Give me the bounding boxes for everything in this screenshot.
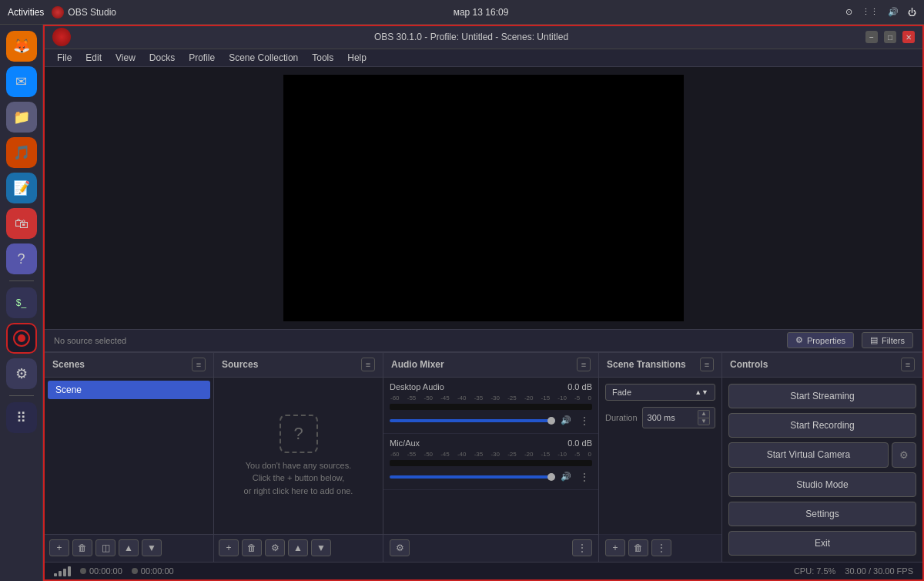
studio-mode-button[interactable]: Studio Mode — [728, 472, 916, 497]
desktop-audio-meter — [390, 404, 592, 410]
svg-point-1 — [18, 334, 25, 342]
menu-profile[interactable]: Profile — [182, 51, 221, 65]
sources-menu-icon[interactable]: ≡ — [361, 358, 375, 371]
sidebar-icon-files[interactable]: 📁 — [6, 102, 37, 133]
scene-up-button[interactable]: ▲ — [119, 539, 139, 556]
transition-add-button[interactable]: + — [605, 539, 625, 556]
source-up-button[interactable]: ▲ — [288, 539, 308, 556]
activities-button[interactable]: Activities — [8, 7, 44, 18]
duration-label: Duration — [605, 413, 638, 422]
maximize-button[interactable]: □ — [884, 31, 896, 43]
audio-menu-extra-button[interactable]: ⋮ — [572, 539, 592, 556]
audio-settings-button[interactable]: ⚙ — [390, 539, 410, 556]
audio-title: Audio Mixer — [391, 359, 444, 370]
scene-add-button[interactable]: + — [49, 539, 69, 556]
duration-input[interactable]: 300 ms ▲ ▼ — [642, 407, 715, 428]
sources-empty-text: You don't have any sources.Click the + b… — [244, 459, 353, 498]
menu-edit[interactable]: Edit — [79, 51, 108, 65]
menu-tools[interactable]: Tools — [306, 51, 340, 65]
transitions-content: Fade ▲▼ Duration 300 ms ▲ ▼ — [599, 378, 721, 534]
no-source-label: No source selected — [54, 336, 779, 345]
transitions-menu-icon[interactable]: ≡ — [700, 358, 714, 371]
mic-aux-slider[interactable] — [390, 475, 555, 479]
taskbar: Activities OBS Studio мар 13 16:09 ⊙ ⋮⋮ … — [0, 0, 924, 25]
sidebar-icon-firefox[interactable]: 🦊 — [6, 31, 37, 62]
desktop-audio-header: Desktop Audio 0.0 dB — [390, 382, 592, 391]
sidebar-icon-settings[interactable]: ⚙ — [6, 358, 37, 389]
virtual-camera-row: Start Virtual Camera ⚙ — [728, 442, 916, 468]
duration-up-arrow[interactable]: ▲ — [698, 410, 710, 418]
sidebar-icon-writer[interactable]: 📝 — [6, 173, 37, 203]
sidebar-icon-obs[interactable] — [6, 323, 37, 354]
sidebar-icon-software[interactable]: 🛍 — [6, 208, 37, 239]
status-bar: 00:00:00 00:00:00 CPU: 7.5% 30.00 / 30.0… — [45, 562, 922, 579]
bottom-panels: Scenes ≡ Scene + 🗑 ◫ ▲ ▼ — [45, 352, 922, 562]
duration-value: 300 ms — [648, 413, 675, 422]
source-down-button[interactable]: ▼ — [311, 539, 331, 556]
recording-time: 00:00:00 — [141, 566, 174, 576]
desktop-audio-menu-button[interactable]: ⋮ — [577, 413, 592, 428]
desktop-audio-mute-button[interactable]: 🔊 — [558, 413, 574, 428]
filter-icon: ▤ — [870, 335, 878, 345]
audio-menu-icon[interactable]: ≡ — [577, 358, 591, 371]
scenes-menu-icon[interactable]: ≡ — [192, 358, 206, 371]
mic-aux-channel: Mic/Aux 0.0 dB -60-55-50-45-40-35-30-25-… — [383, 434, 598, 490]
scenes-title: Scenes — [52, 359, 85, 370]
close-button[interactable]: ✕ — [902, 31, 915, 43]
obs-logo-svg — [13, 330, 30, 347]
mic-aux-menu-button[interactable]: ⋮ — [577, 469, 592, 485]
scene-down-button[interactable]: ▼ — [142, 539, 162, 556]
start-recording-button[interactable]: Start Recording — [728, 413, 916, 438]
exit-button[interactable]: Exit — [728, 531, 916, 556]
start-streaming-button[interactable]: Start Streaming — [728, 384, 916, 408]
start-virtual-camera-button[interactable]: Start Virtual Camera — [728, 442, 889, 468]
menu-view[interactable]: View — [109, 51, 142, 65]
transitions-duration: Duration 300 ms ▲ ▼ — [605, 407, 715, 428]
filters-button[interactable]: ▤ Filters — [862, 332, 913, 348]
sidebar-icon-terminal[interactable]: $_ — [6, 287, 37, 318]
transition-config-button[interactable]: ⋮ — [651, 539, 671, 556]
desktop-audio-scale: -60-55-50-45-40-35-30-25-20-15-10-50 — [390, 395, 592, 401]
scene-remove-button[interactable]: 🗑 — [72, 539, 92, 556]
transition-remove-button[interactable]: 🗑 — [628, 539, 648, 556]
transition-type-value: Fade — [612, 388, 631, 397]
settings-button[interactable]: Settings — [728, 502, 916, 526]
sidebar-icon-apps[interactable]: ⠿ — [6, 402, 37, 433]
sidebar-icon-rhythmbox[interactable]: 🎵 — [6, 137, 37, 168]
menu-scene-collection[interactable]: Scene Collection — [223, 51, 304, 65]
duration-down-arrow[interactable]: ▼ — [698, 418, 710, 425]
scene-filter-button[interactable]: ◫ — [95, 539, 116, 556]
mic-aux-name: Mic/Aux — [390, 438, 420, 448]
scenes-content: Scene — [45, 378, 213, 534]
desktop-audio-controls: 🔊 ⋮ — [390, 413, 592, 428]
desktop-audio-slider[interactable] — [390, 419, 555, 422]
menu-docks[interactable]: Docks — [143, 51, 181, 65]
desktop-audio-slider-thumb — [547, 417, 555, 425]
source-settings-button[interactable]: ⚙ — [265, 539, 285, 556]
source-remove-button[interactable]: 🗑 — [242, 539, 262, 556]
scene-item[interactable]: Scene — [48, 381, 210, 399]
controls-panel-header: Controls ≡ — [722, 353, 922, 378]
sidebar-icon-help[interactable]: ? — [6, 243, 37, 274]
scenes-panel: Scenes ≡ Scene + 🗑 ◫ ▲ ▼ — [45, 353, 214, 562]
chevron-down-icon: ▲▼ — [695, 388, 708, 396]
mic-aux-mute-button[interactable]: 🔊 — [558, 469, 574, 485]
menu-help[interactable]: Help — [341, 51, 373, 65]
taskbar-app[interactable]: OBS Studio — [52, 6, 116, 18]
transition-type-select[interactable]: Fade ▲▼ — [605, 384, 715, 401]
taskbar-icon-record: ⊙ — [845, 7, 852, 17]
fps-display: 30.00 / 30.00 FPS — [845, 566, 913, 576]
mic-aux-scale: -60-55-50-45-40-35-30-25-20-15-10-50 — [390, 451, 592, 458]
properties-button[interactable]: ⚙ Properties — [787, 332, 854, 348]
sidebar-icon-thunderbird[interactable]: ✉ — [6, 66, 37, 97]
menu-file[interactable]: File — [51, 51, 78, 65]
sources-empty: ? You don't have any sources.Click the +… — [217, 381, 380, 531]
title-bar: OBS 30.1.0 - Profile: Untitled - Scenes:… — [45, 26, 922, 49]
filters-label: Filters — [882, 336, 905, 345]
signal-bar-3 — [63, 569, 66, 576]
sources-content[interactable]: ? You don't have any sources.Click the +… — [214, 378, 383, 534]
source-add-button[interactable]: + — [219, 539, 239, 556]
controls-menu-icon[interactable]: ≡ — [901, 358, 915, 371]
virtual-camera-settings-icon[interactable]: ⚙ — [892, 442, 916, 468]
minimize-button[interactable]: − — [865, 31, 878, 43]
